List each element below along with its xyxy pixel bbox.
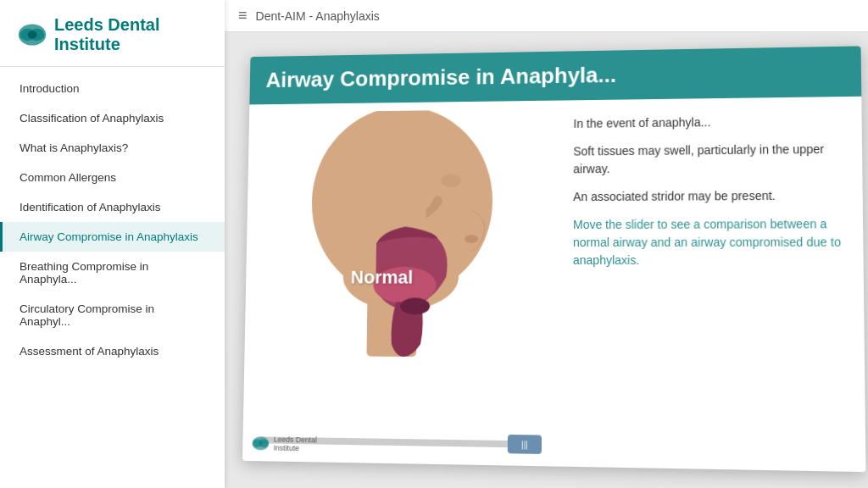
hamburger-icon[interactable]: ≡ [238,7,248,25]
logo-icon [17,19,47,50]
text-highlight: Move the slider to see a comparison betw… [572,215,849,269]
card-footer-logo: Leeds Dental Institute [250,435,316,452]
sidebar-item-classification[interactable]: Classification of Anaphylaxis [0,103,225,133]
card-body: Normal [242,97,865,469]
footer-logo-small-icon [250,435,270,452]
text-para3: An associated stridor may be present. [573,186,849,206]
sidebar-item-airway[interactable]: Airway Compromise in Anaphylaxis [0,222,225,252]
sidebar-item-identification[interactable]: Identification of Anaphylaxis [0,192,225,222]
card-text-side: In the event of anaphyla... Soft tissues… [559,97,865,469]
sidebar-item-assessment[interactable]: Assessment of Anaphylaxis [0,336,225,366]
slider-thumb[interactable]: ||| [507,435,541,454]
content-card: Airway Compromise in Anaphyla... Normal [242,46,865,472]
nav-list: IntroductionClassification of Anaphylaxi… [0,67,225,488]
sidebar-item-what-is[interactable]: What is Anaphylaxis? [0,133,225,163]
card-header: Airway Compromise in Anaphyla... [249,46,861,104]
logo-text: Leeds Dental Institute [54,15,159,54]
main-content: ≡ Dent-AIM - Anaphylaxis Airway Compromi… [225,0,868,488]
normal-label: Normal [350,267,413,289]
topbar: ≡ Dent-AIM - Anaphylaxis [225,0,868,32]
text-para1: In the event of anaphyla... [573,112,848,133]
text-para2: Soft tissues may swell, particularly in … [573,141,848,179]
footer-logo-text: Leeds Dental Institute [273,435,316,453]
sidebar: Leeds Dental Institute IntroductionClass… [0,0,225,488]
breadcrumb: Dent-AIM - Anaphylaxis [256,9,380,23]
logo-area: Leeds Dental Institute [0,0,225,67]
sidebar-item-introduction[interactable]: Introduction [0,74,225,103]
sidebar-item-allergens[interactable]: Common Allergens [0,163,225,192]
card-image-side: Normal [242,101,560,464]
sidebar-item-circulatory[interactable]: Circulatory Compromise in Anaphyl... [0,294,225,336]
head-anatomy-image [260,109,543,380]
sidebar-item-breathing[interactable]: Breathing Compromise in Anaphyla... [0,252,225,294]
svg-point-3 [28,31,37,39]
